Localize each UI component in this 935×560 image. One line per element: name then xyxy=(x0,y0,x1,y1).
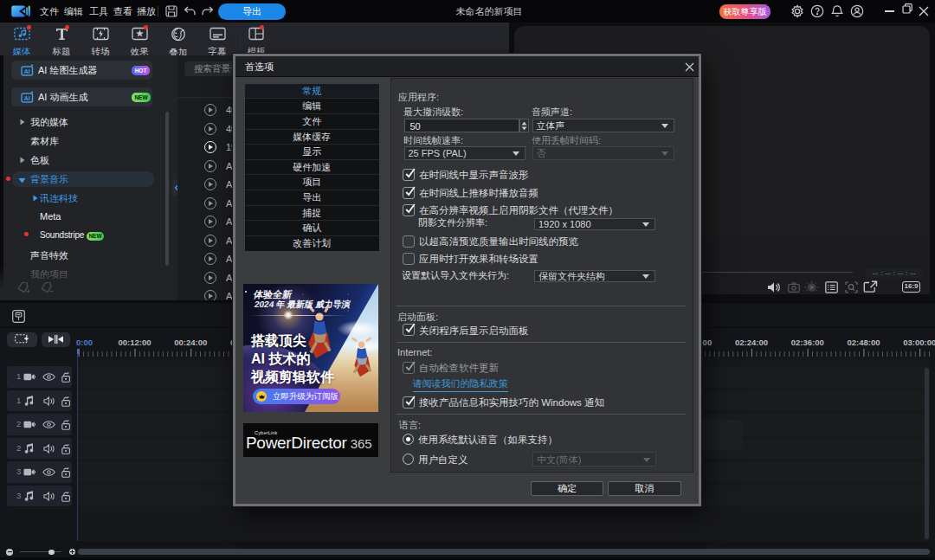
svg-text:AI: AI xyxy=(24,95,30,101)
svg-text:AI: AI xyxy=(24,68,30,74)
